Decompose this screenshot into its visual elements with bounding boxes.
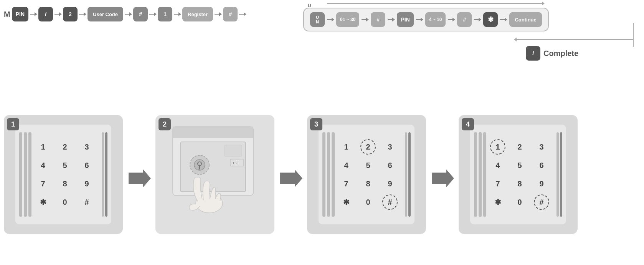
panel-badge-3: 3 bbox=[310, 118, 322, 130]
panel-badge-2: 2 bbox=[159, 118, 171, 130]
key-1-1: 1 bbox=[35, 139, 51, 155]
btn-un: U N bbox=[310, 12, 325, 27]
arrow-svg-2 bbox=[280, 169, 303, 188]
complete-label: Complete bbox=[543, 49, 578, 58]
key-1-2: 2 bbox=[57, 139, 73, 155]
svg-marker-0 bbox=[129, 170, 151, 187]
key-3-hash: # bbox=[382, 194, 398, 210]
btn-hash4: # bbox=[457, 12, 472, 27]
key-3-8: 8 bbox=[360, 176, 376, 191]
btn-1: 1 bbox=[158, 7, 172, 21]
key-1-0: 0 bbox=[57, 194, 73, 210]
key-3-1: 1 bbox=[339, 139, 354, 155]
u-label-top: U bbox=[308, 3, 311, 8]
striper-4b bbox=[560, 132, 562, 217]
btn-pin2: PIN bbox=[397, 12, 413, 27]
key-1-5: 5 bbox=[57, 158, 73, 173]
lock-panel-2: 2 1 2 bbox=[155, 115, 274, 234]
key-1-6: 6 bbox=[79, 158, 94, 173]
striper-3b bbox=[408, 132, 411, 217]
btn-user-code: User Code bbox=[88, 7, 123, 21]
key-1-3: 3 bbox=[79, 139, 94, 155]
key-3-4: 4 bbox=[339, 158, 354, 173]
loop-box: U U N 01 ~ 30 # PIN 4 ~ 10 # ✱ Continue bbox=[303, 8, 549, 31]
u-top: U bbox=[316, 15, 319, 20]
key-4-hash: # bbox=[534, 194, 549, 210]
key-4-1: 1 bbox=[490, 139, 505, 155]
arrow-9 bbox=[327, 19, 334, 20]
btn-register: Register bbox=[182, 7, 213, 21]
key-4-3: 3 bbox=[534, 139, 549, 155]
m-label: M bbox=[4, 10, 10, 19]
key-4-6: 6 bbox=[534, 158, 549, 173]
key-3-2: 2 bbox=[360, 139, 376, 155]
stripe-3c bbox=[332, 132, 335, 217]
striper-3a bbox=[405, 132, 407, 217]
arrow-panel-2-3 bbox=[280, 169, 303, 189]
panel-3: 3 1 2 3 4 5 6 7 8 9 ✱ 0 # bbox=[307, 115, 426, 234]
btn-range01: 01 ~ 30 bbox=[336, 12, 359, 27]
stripe-4b bbox=[479, 132, 482, 217]
btn-hash1: # bbox=[133, 7, 148, 21]
key-3-3: 3 bbox=[382, 139, 398, 155]
arrow-7 bbox=[215, 14, 221, 15]
keypad-panel-3: 3 1 2 3 4 5 6 7 8 9 ✱ 0 # bbox=[307, 115, 426, 234]
btn-hash2: # bbox=[223, 7, 238, 21]
stripe-1c bbox=[28, 132, 31, 217]
striper-1a bbox=[102, 132, 104, 217]
keypad-panel-1: 1 1 2 3 4 5 6 7 8 9 ✱ 0 # bbox=[4, 115, 123, 234]
striper-4a bbox=[556, 132, 559, 217]
btn-star: ✱ bbox=[483, 12, 498, 27]
key-4-8: 8 bbox=[512, 176, 527, 191]
arrow-8 bbox=[239, 14, 246, 15]
arrow-4 bbox=[125, 14, 132, 15]
n-bottom: N bbox=[316, 20, 319, 24]
panel-2: 2 1 2 bbox=[155, 115, 274, 234]
key-4-2: 2 bbox=[512, 139, 527, 155]
key-3-0: 0 bbox=[360, 194, 376, 210]
stripe-3b bbox=[327, 132, 330, 217]
btn-continue: Continue bbox=[509, 12, 542, 27]
key-1-star: ✱ bbox=[35, 194, 51, 210]
btn-pin: PIN bbox=[12, 7, 28, 21]
key-1-7: 7 bbox=[35, 176, 51, 191]
btn-range4: 4 ~ 10 bbox=[425, 12, 446, 27]
lock-illustration-svg: 1 2 bbox=[165, 123, 265, 226]
key-1-8: 8 bbox=[57, 176, 73, 191]
left-stripes-1 bbox=[19, 132, 31, 217]
arrow-svg-3 bbox=[432, 169, 455, 188]
key-4-0: 0 bbox=[512, 194, 527, 210]
complete-connector-v bbox=[633, 23, 634, 47]
loop-bottom-arrowhead bbox=[514, 38, 517, 41]
key-4-star: ✱ bbox=[490, 194, 505, 210]
key-4-4: 4 bbox=[490, 158, 505, 173]
right-stripes-4 bbox=[556, 132, 562, 217]
left-stripes-4 bbox=[474, 132, 486, 217]
arrow-15 bbox=[500, 19, 507, 20]
right-stripes-1 bbox=[102, 132, 107, 217]
key-3-9: 9 bbox=[382, 176, 398, 191]
panel-1: 1 1 2 3 4 5 6 7 8 9 ✱ 0 # bbox=[4, 115, 123, 234]
arrow-6 bbox=[174, 14, 181, 15]
arrow-14 bbox=[474, 19, 481, 20]
svg-rect-10 bbox=[225, 145, 242, 156]
keypad-inner-1: 1 2 3 4 5 6 7 8 9 ✱ 0 # bbox=[15, 125, 111, 224]
keypad-grid-4: 1 2 3 4 5 6 7 8 9 ✱ 0 # bbox=[486, 139, 556, 210]
btn-complete-i: I bbox=[526, 46, 540, 61]
keypad-panel-4: 4 1 2 3 4 5 6 7 8 9 ✱ 0 # bbox=[459, 115, 578, 234]
arrow-13 bbox=[448, 19, 455, 20]
key-3-6: 6 bbox=[382, 158, 398, 173]
btn-hash3: # bbox=[371, 12, 385, 27]
key-1-hash: # bbox=[79, 194, 94, 210]
panel-badge-1: 1 bbox=[7, 118, 19, 130]
stripe-1a bbox=[19, 132, 22, 217]
right-stripes-3 bbox=[405, 132, 411, 217]
arrow-panel-3-4 bbox=[432, 169, 455, 189]
key-3-7: 7 bbox=[339, 176, 354, 191]
btn-2: 2 bbox=[63, 7, 78, 21]
arrow-3 bbox=[79, 14, 86, 15]
panel-4: 4 1 2 3 4 5 6 7 8 9 ✱ 0 # bbox=[459, 115, 578, 234]
key-4-5: 5 bbox=[512, 158, 527, 173]
stripe-3a bbox=[322, 132, 325, 217]
keypad-inner-3: 1 2 3 4 5 6 7 8 9 ✱ 0 # bbox=[319, 125, 414, 224]
